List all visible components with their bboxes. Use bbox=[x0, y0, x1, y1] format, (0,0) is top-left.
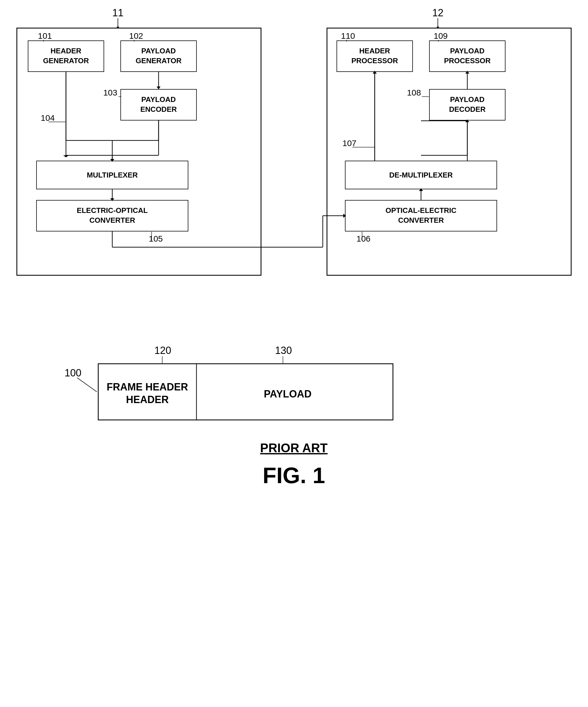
demultiplexer-label: DE-MULTIPLEXER bbox=[389, 171, 453, 179]
svg-marker-25 bbox=[465, 71, 469, 74]
ref-103: 103 bbox=[103, 88, 117, 97]
header-processor-block bbox=[337, 41, 413, 72]
transmitter-box bbox=[17, 28, 261, 275]
receiver-ref: 12 bbox=[432, 7, 443, 19]
header-processor-label1: HEADER bbox=[359, 46, 390, 55]
oe-converter-label2: CONVERTER bbox=[398, 216, 444, 225]
payload-generator-label: PAYLOAD bbox=[142, 46, 176, 55]
eo-converter-label2: CONVERTER bbox=[89, 216, 135, 225]
oe-converter-label1: OPTICAL-ELECTRIC bbox=[385, 206, 457, 214]
frame-header-label1: FRAME HEADER bbox=[107, 381, 188, 393]
header-generator-block bbox=[28, 41, 104, 72]
ref-105: 105 bbox=[149, 234, 163, 243]
frame-header-label2: HEADER bbox=[126, 394, 169, 405]
ref-100: 100 bbox=[65, 367, 81, 379]
payload-generator-label2: GENERATOR bbox=[136, 57, 182, 65]
svg-marker-34 bbox=[419, 188, 423, 191]
prior-art-caption: PRIOR ART bbox=[260, 441, 328, 455]
payload-processor-block bbox=[430, 41, 505, 72]
header-processor-label2: PROCESSOR bbox=[352, 57, 398, 65]
payload-encoder-label2: ENCODER bbox=[140, 105, 177, 113]
ref-104: 104 bbox=[41, 113, 55, 123]
main-diagram: 11 HEADER GENERATOR 101 PAYLOAD GENERATO… bbox=[0, 0, 588, 707]
payload-encoder-label: PAYLOAD bbox=[142, 95, 176, 104]
header-generator-label: HEADER bbox=[50, 46, 81, 55]
payload-encoder-block bbox=[121, 89, 196, 120]
ref-106: 106 bbox=[357, 234, 370, 243]
svg-line-44 bbox=[77, 378, 97, 392]
transmitter-ref: 11 bbox=[112, 7, 123, 19]
payload-decoder-label1: PAYLOAD bbox=[450, 95, 485, 104]
payload-generator-block bbox=[121, 41, 196, 72]
payload-decoder-block bbox=[430, 89, 505, 120]
payload-processor-label2: PROCESSOR bbox=[444, 57, 490, 65]
ref-108: 108 bbox=[407, 88, 421, 97]
svg-marker-11 bbox=[63, 155, 69, 157]
payload-processor-label1: PAYLOAD bbox=[450, 46, 485, 55]
multiplexer-label: MULTIPLEXER bbox=[87, 171, 138, 179]
ref-120: 120 bbox=[154, 345, 171, 356]
ref-109: 109 bbox=[434, 31, 448, 40]
svg-marker-5 bbox=[157, 87, 160, 89]
svg-marker-48 bbox=[373, 71, 377, 74]
ref-107: 107 bbox=[342, 138, 357, 148]
ref-102: 102 bbox=[129, 31, 143, 40]
payload-decoder-label2: DECODER bbox=[449, 105, 485, 113]
header-generator-label2: GENERATOR bbox=[43, 57, 89, 65]
svg-marker-43 bbox=[110, 159, 114, 162]
eo-converter-label1: ELECTRIC-OPTICAL bbox=[77, 206, 148, 214]
eo-converter-block bbox=[36, 200, 188, 231]
ref-110: 110 bbox=[341, 31, 355, 40]
oe-converter-block bbox=[345, 200, 497, 231]
payload-label: PAYLOAD bbox=[264, 388, 311, 400]
ref-101: 101 bbox=[38, 31, 52, 40]
svg-marker-15 bbox=[110, 198, 114, 201]
fig-caption: FIG. 1 bbox=[263, 463, 325, 488]
ref-130: 130 bbox=[275, 345, 292, 356]
svg-marker-38 bbox=[343, 214, 346, 218]
